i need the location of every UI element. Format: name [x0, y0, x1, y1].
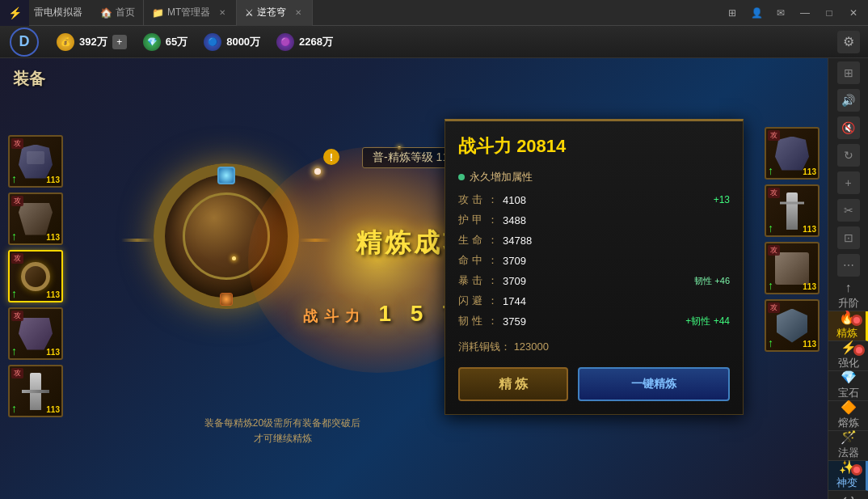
resource-green: 💎 65万	[143, 33, 188, 51]
eq-badge-r3: 攻	[768, 245, 780, 256]
eq-item-1[interactable]: 攻 113 ↑	[8, 135, 63, 188]
eq-item-r3[interactable]: 攻 113 ↑	[765, 242, 820, 294]
eq-item-r1[interactable]: 攻 113 ↑	[765, 127, 820, 180]
eq-arrow-5: ↑	[11, 403, 17, 414]
stat-row-tough: 韧 性 ： 3759 +韧性 +44	[458, 314, 730, 328]
shenbian-badge	[851, 464, 862, 476]
eq-item-r2[interactable]: 攻 113 ↑	[765, 184, 820, 237]
sidebar-ctrl-3[interactable]: 🔇	[837, 116, 860, 139]
sidebar-item-faqi[interactable]: 🪄 法器	[828, 431, 868, 461]
sidebar-ctrl-4[interactable]: ↻	[837, 144, 860, 167]
eq-arrow-r4: ↑	[768, 337, 773, 349]
shenjie-icon: ↑	[845, 281, 852, 294]
main-content: 装备 ! 普-精炼等级 113 攻 113 ↑	[0, 58, 868, 499]
sparkle-1	[314, 168, 321, 175]
sidebar-item-qianghua[interactable]: ⚡ 强化	[828, 341, 868, 371]
settings-button[interactable]: ⚙	[837, 31, 860, 53]
eq-arrow-2: ↑	[11, 230, 17, 242]
green-icon: 💎	[143, 33, 161, 51]
jinglian-badge	[851, 315, 862, 326]
sidebar-ctrl-7[interactable]: ⊡	[837, 226, 860, 249]
wc-minimize-btn[interactable]: —	[794, 4, 816, 22]
wc-grid-btn[interactable]: ⊞	[721, 4, 744, 22]
stat-row-atk: 攻 击 ： 4108 +13	[458, 192, 730, 207]
eq-badge-r4: 攻	[768, 302, 780, 313]
ronglian-icon: 🔶	[841, 401, 857, 414]
wc-close-btn[interactable]: ✕	[842, 4, 865, 22]
action-buttons: 精 炼 一键精炼	[458, 367, 730, 401]
stat-row-dodge: 闪 避 ： 1744	[458, 294, 730, 308]
resource-purple: 🟣 2268万	[276, 33, 333, 51]
eq-level-r3: 113	[803, 282, 816, 291]
resource-blue: 🔵 8000万	[204, 33, 260, 51]
page-title: 装备	[13, 68, 45, 90]
wc-maximize-btn[interactable]: □	[818, 4, 841, 22]
eq-badge-4: 攻	[11, 311, 23, 321]
stat-row-hit: 命 中 ： 3709	[458, 253, 730, 268]
sidebar-ctrl-2[interactable]: 🔊	[837, 89, 860, 112]
sidebar-ctrl-1[interactable]: ⊞	[837, 61, 860, 84]
eq-item-4[interactable]: 攻 113 ↑	[8, 307, 63, 360]
panel-section-title: 永久增加属性	[458, 170, 730, 184]
resource-bar: D 💰 392万 + 💎 65万 🔵 8000万 🟣 2268万 ⚙	[0, 26, 868, 58]
tab-game-close[interactable]: ✕	[293, 7, 304, 19]
qianghua-badge	[853, 345, 865, 356]
sidebar-ctrl-6[interactable]: ✂	[837, 199, 860, 222]
resource-gold: 💰 392万 +	[57, 33, 127, 51]
app-logo: ⚡	[0, 0, 29, 26]
right-sidebar: ⊞ 🔊 🔇 ↻ + ✂ ⊡ ⋯ ↑ 升阶 🔥 精炼 ⚡ 强化 💎 宝石	[828, 58, 868, 499]
mt-tab-icon: 📁	[152, 7, 164, 19]
eq-list-left: 攻 113 ↑ 攻 113 ↑ 攻 113 ↑	[8, 135, 63, 417]
warning-icon: !	[323, 149, 339, 165]
section-bullet	[458, 174, 465, 180]
wc-person-btn[interactable]: 👤	[745, 4, 768, 22]
eq-item-2[interactable]: 攻 113 ↑	[8, 192, 63, 245]
blue-icon: 🔵	[204, 33, 221, 51]
eq-badge-r2: 攻	[768, 188, 780, 198]
eq-item-r4[interactable]: 攻 113 ↑	[765, 299, 820, 352]
sidebar-item-jinglian[interactable]: 🔥 精炼	[828, 311, 868, 341]
hint-text: 装备每精炼20级需所有装备都突破后 才可继续精炼	[109, 416, 456, 446]
back-icon: ↩	[842, 491, 854, 499]
eq-badge-r1: 攻	[768, 130, 780, 141]
eq-item-5[interactable]: 攻 113 ↑	[8, 365, 63, 417]
tab-home[interactable]: 🏠 首页	[92, 0, 144, 26]
auto-forge-button[interactable]: 一键精炼	[578, 367, 730, 401]
tab-game[interactable]: ⚔ 逆苍穹 ✕	[237, 0, 313, 26]
faqi-icon: 🪄	[841, 431, 857, 444]
gold-value: 392万	[79, 35, 107, 49]
window-controls: ⊞ 👤 ✉ — □ ✕	[721, 4, 868, 22]
sidebar-item-shenbian[interactable]: ✨ 神变	[828, 461, 868, 491]
title-bar: ⚡ 雷电模拟器 🏠 首页 📁 MT管理器 ✕ ⚔ 逆苍穹 ✕ ⊞ 👤 ✉ — □…	[0, 0, 868, 26]
eq-badge-2: 攻	[11, 196, 23, 206]
blue-value: 8000万	[226, 35, 260, 49]
gold-add-button[interactable]: +	[112, 35, 127, 49]
eq-arrow-4: ↑	[11, 345, 17, 357]
sidebar-item-shenjie[interactable]: ↑ 升阶	[828, 281, 868, 311]
sidebar-right-controls: ⊞ 🔊 🔇 ↻ + ✂ ⊡ ⋯	[828, 58, 868, 281]
eq-level-r2: 113	[803, 225, 816, 234]
sidebar-item-baoshi[interactable]: 💎 宝石	[828, 371, 868, 401]
eq-item-3[interactable]: 攻 113 ↑	[8, 250, 63, 302]
game-tab-icon: ⚔	[245, 7, 254, 19]
green-value: 65万	[166, 35, 188, 49]
eq-level-5: 113	[46, 405, 60, 414]
info-panel: 战斗力 20814 永久增加属性 攻 击 ： 4108 +13 护 甲 ： 34…	[445, 119, 744, 415]
purple-icon: 🟣	[276, 33, 294, 51]
tab-mt-close[interactable]: ✕	[217, 7, 228, 19]
sidebar-ctrl-8[interactable]: ⋯	[837, 254, 860, 277]
home-tab-icon: 🏠	[100, 7, 112, 19]
eq-level-r1: 113	[803, 167, 816, 176]
eq-arrow-r1: ↑	[768, 165, 773, 176]
purple-value: 2268万	[299, 35, 333, 49]
tab-mt[interactable]: 📁 MT管理器 ✕	[144, 0, 237, 26]
wc-mail-btn[interactable]: ✉	[769, 4, 792, 22]
stat-row-hp: 生 命 ： 34788	[458, 233, 730, 247]
sidebar-item-ronglian[interactable]: 🔶 熔炼	[828, 401, 868, 431]
app-name: 雷电模拟器	[34, 6, 82, 19]
forge-button[interactable]: 精 炼	[458, 367, 568, 401]
tabs-bar: 🏠 首页 📁 MT管理器 ✕ ⚔ 逆苍穹 ✕	[92, 0, 721, 26]
sidebar-back[interactable]: ↩	[828, 491, 868, 499]
gold-icon: 💰	[57, 33, 74, 51]
sidebar-ctrl-5[interactable]: +	[837, 171, 860, 194]
